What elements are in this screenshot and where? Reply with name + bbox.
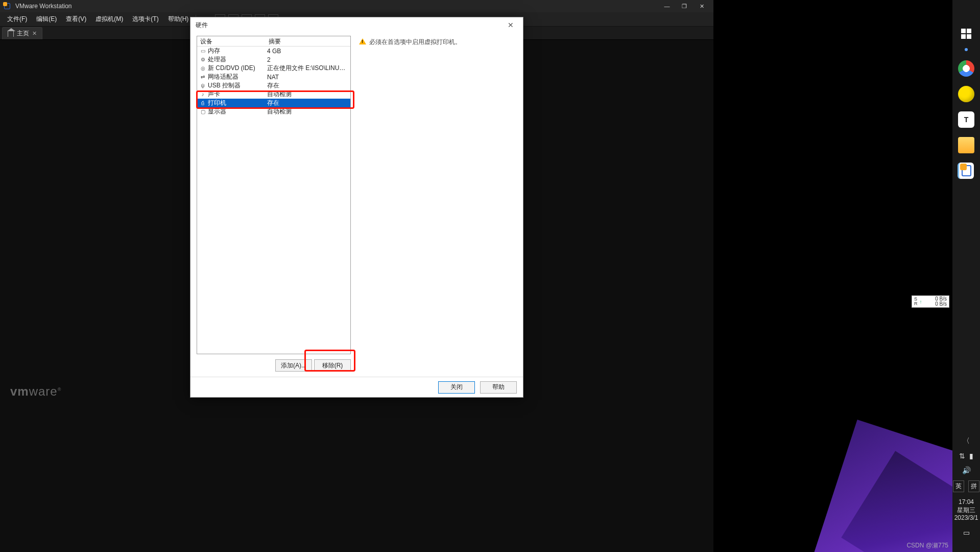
tab-close-icon[interactable]: ✕ (32, 30, 37, 37)
device-summary: 自动检测 (267, 90, 348, 99)
cd-icon (199, 65, 206, 72)
col-summary: 摘要 (266, 36, 350, 46)
window-maximize-button[interactable]: ❐ (676, 0, 693, 12)
hardware-row-disp[interactable]: 显示器自动检测 (197, 107, 350, 116)
prn-icon (199, 100, 206, 107)
taskbar-app-chrome[interactable] (958, 60, 974, 77)
col-device: 设备 (197, 36, 266, 46)
window-close-button[interactable]: ✕ (693, 0, 710, 12)
tray-date: 2023/3/1 (954, 514, 978, 522)
hardware-row-net[interactable]: 网络适配器NAT (197, 73, 350, 81)
dialog-close-button[interactable]: ✕ (504, 21, 518, 29)
notice-text: 必须在首选项中启用虚拟打印机。 (369, 38, 461, 47)
tray-volume-icon[interactable]: 🔊 (962, 466, 971, 474)
dialog-title-bar[interactable]: 硬件 ✕ (190, 17, 523, 33)
tray-wifi-icon[interactable]: ⇅ (959, 452, 965, 460)
hardware-settings-dialog: 硬件 ✕ 设备 摘要 内存4 GB处理器2新 CD/DVD (IDE)正在使用文… (190, 17, 523, 398)
vmware-app-icon (3, 2, 11, 10)
hardware-list-header: 设备 摘要 (197, 36, 350, 47)
hardware-row-mem[interactable]: 内存4 GB (197, 47, 350, 55)
tray-weekday: 星期三 (954, 507, 978, 515)
hardware-list: 设备 摘要 内存4 GB处理器2新 CD/DVD (IDE)正在使用文件 E:\… (197, 36, 351, 354)
watermark: CSDN @瀬775 (906, 541, 948, 550)
desktop-decoration (779, 399, 952, 552)
net-icon (199, 74, 206, 81)
tray-battery-icon[interactable]: ▮ (969, 452, 973, 460)
add-hardware-button[interactable]: 添加(A)... (275, 359, 312, 372)
remove-hardware-button[interactable]: 移除(R) (314, 359, 351, 372)
device-summary: 存在 (267, 99, 348, 107)
dialog-help-btn[interactable]: 帮助 (480, 381, 517, 394)
netspeed-widget[interactable]: S R ↑ 0 B/s 0 B/s (912, 295, 949, 308)
hardware-row-prn[interactable]: 打印机存在 (197, 99, 350, 107)
dialog-title: 硬件 (196, 21, 208, 30)
tray-time: 17:04 (954, 498, 978, 507)
menu-edit[interactable]: 编辑(E) (32, 13, 61, 26)
dialog-close-btn[interactable]: 关闭 (438, 381, 475, 394)
tab-label: 主页 (17, 29, 29, 38)
disp-icon (199, 108, 206, 116)
hardware-row-cpu[interactable]: 处理器2 (197, 55, 350, 64)
device-summary: 正在使用文件 E:\ISO\LINUX... (267, 64, 348, 73)
system-tray: 〈 ⇅ ▮ 🔊 英 拼 17:04 星期三 2023/3/1 ▭ (953, 436, 979, 552)
hardware-row-snd[interactable]: 声卡自动检测 (197, 90, 350, 99)
ime-mode[interactable]: 拼 (968, 480, 979, 492)
vmware-logo: vmware® (10, 384, 61, 399)
device-name: 处理器 (208, 55, 267, 64)
device-summary: 存在 (267, 81, 348, 90)
hardware-row-usb[interactable]: USB 控制器存在 (197, 81, 350, 90)
netspeed-down: 0 B/s (935, 302, 947, 307)
hardware-left-pane: 设备 摘要 内存4 GB处理器2新 CD/DVD (IDE)正在使用文件 E:\… (197, 36, 351, 374)
hardware-row-cd[interactable]: 新 CD/DVD (IDE)正在使用文件 E:\ISO\LINUX... (197, 64, 350, 73)
device-summary: 2 (267, 56, 348, 63)
taskbar-app-explorer[interactable] (958, 137, 974, 153)
window-minimize-button[interactable]: — (658, 0, 676, 12)
menu-vm[interactable]: 虚拟机(M) (91, 13, 127, 26)
cortana-icon[interactable] (965, 48, 968, 51)
tray-notifications-icon[interactable]: ▭ (963, 528, 970, 537)
device-name: 网络适配器 (208, 73, 267, 81)
ime-lang[interactable]: 英 (953, 480, 964, 492)
taskbar-app-yellow[interactable] (958, 86, 974, 102)
warning-icon (359, 38, 366, 44)
menu-view[interactable]: 查看(V) (62, 13, 90, 26)
menu-help[interactable]: 帮助(H) (164, 13, 193, 26)
start-button[interactable] (961, 29, 971, 39)
taskbar-app-text[interactable]: T (958, 111, 974, 128)
device-name: USB 控制器 (208, 81, 267, 90)
device-name: 声卡 (208, 90, 267, 99)
cpu-icon (199, 56, 206, 63)
printer-notice: 必须在首选项中启用虚拟打印机。 (359, 38, 516, 47)
device-name: 显示器 (208, 107, 267, 116)
netspeed-recv-label: R (914, 302, 918, 306)
device-summary: 自动检测 (267, 107, 348, 116)
usb-icon (199, 82, 206, 89)
taskbar-app-vmware[interactable] (958, 163, 974, 179)
device-name: 内存 (208, 47, 267, 55)
tray-chevron-icon[interactable]: 〈 (963, 436, 970, 446)
tab-home[interactable]: 主页 ✕ (2, 27, 42, 39)
windows-taskbar: T 〈 ⇅ ▮ 🔊 英 拼 17:04 星期三 2023/3/1 ▭ (952, 0, 980, 552)
home-icon (8, 31, 14, 37)
device-name: 打印机 (208, 99, 267, 107)
hardware-right-pane: 必须在首选项中启用虚拟打印机。 (358, 36, 517, 374)
mem-icon (199, 48, 206, 55)
device-summary: NAT (267, 74, 348, 81)
tray-clock[interactable]: 17:04 星期三 2023/3/1 (954, 498, 978, 522)
menu-tabs[interactable]: 选项卡(T) (128, 13, 162, 26)
window-title: VMware Workstation (15, 3, 71, 10)
title-bar[interactable]: VMware Workstation — ❐ ✕ (0, 0, 713, 12)
menu-file[interactable]: 文件(F) (3, 13, 31, 26)
snd-icon (199, 91, 206, 98)
device-name: 新 CD/DVD (IDE) (208, 64, 267, 73)
device-summary: 4 GB (267, 48, 348, 55)
